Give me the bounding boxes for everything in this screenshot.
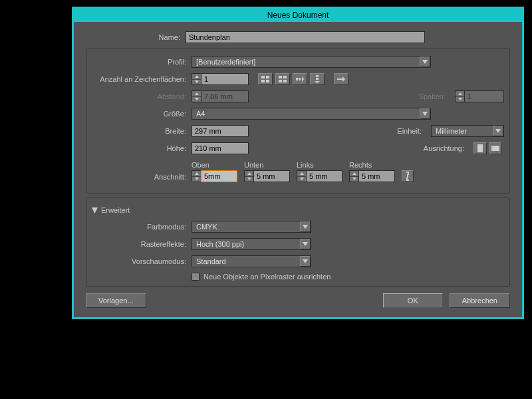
size-select[interactable]: A4 <box>192 108 431 120</box>
profile-select[interactable]: [Benutzerdefiniert] <box>192 56 431 68</box>
cancel-button[interactable]: Abbrechen <box>450 293 510 308</box>
bleed-left-spinner[interactable] <box>297 170 342 182</box>
templates-button[interactable]: Vorlagen... <box>86 293 146 308</box>
width-input[interactable] <box>192 125 249 137</box>
grid-by-col-icon[interactable] <box>275 73 290 85</box>
chevron-down-icon <box>300 221 311 232</box>
label-units: Einheit: <box>397 127 427 135</box>
advanced-disclosure[interactable]: Erweitert <box>92 206 504 214</box>
label-height: Höhe: <box>92 144 192 152</box>
chevron-down-icon <box>300 256 311 267</box>
pixel-align-checkbox[interactable] <box>192 273 200 281</box>
label-width: Breite: <box>92 127 192 135</box>
label-bottom: Unten <box>244 161 290 169</box>
label-profile: Profil: <box>92 58 192 66</box>
colormode-select[interactable]: CMYK <box>192 221 311 233</box>
bleed-top-spinner[interactable] <box>192 170 237 182</box>
label-colormode: Farbmodus: <box>92 223 192 231</box>
previewmode-select[interactable]: Standard <box>192 255 311 267</box>
units-select[interactable]: Millimeter <box>431 125 504 137</box>
landscape-button[interactable] <box>489 142 502 154</box>
chevron-down-icon <box>420 57 430 67</box>
arrange-rtl-icon[interactable] <box>334 73 348 85</box>
grid-by-row-icon[interactable] <box>258 73 273 85</box>
spacing-spinner <box>192 90 249 102</box>
label-left: Links <box>297 161 342 169</box>
arrange-row-icon[interactable] <box>293 73 307 85</box>
label-size: Größe: <box>92 110 192 118</box>
chevron-down-icon <box>300 239 311 249</box>
bleed-right-spinner[interactable] <box>349 170 395 182</box>
label-rastereffects: Rastereffekte: <box>92 240 192 248</box>
portrait-button[interactable] <box>473 142 487 154</box>
label-columns: Spalten: <box>419 92 451 100</box>
bleed-bottom-spinner[interactable] <box>244 170 290 182</box>
dialog-title: Neues Dokument <box>74 9 522 22</box>
label-orientation: Ausrichtung: <box>424 144 469 152</box>
label-top: Oben <box>192 161 237 169</box>
name-input[interactable] <box>186 31 425 43</box>
pixel-align-label: Neue Objekte an Pixelraster ausrichten <box>203 273 331 281</box>
ok-button[interactable]: OK <box>383 293 443 308</box>
arrange-col-icon[interactable] <box>310 73 325 85</box>
new-document-dialog: Neues Dokument Name: Profil: [Benutzerde… <box>72 7 524 319</box>
rastereffects-select[interactable]: Hoch (300 ppi) <box>192 238 311 250</box>
chevron-down-icon <box>493 126 503 136</box>
label-bleed: Anschnitt: <box>92 173 192 182</box>
artboards-spinner[interactable] <box>192 73 249 85</box>
height-input[interactable] <box>192 142 249 154</box>
link-bleed-icon[interactable] <box>402 170 414 182</box>
label-spacing: Abstand: <box>92 92 192 100</box>
columns-spinner <box>455 90 504 102</box>
label-previewmode: Vorschaumodus: <box>92 257 192 265</box>
label-artboards: Anzahl an Zeichenflächen: <box>92 75 192 83</box>
label-name: Name: <box>86 33 186 41</box>
chevron-down-icon <box>420 108 430 119</box>
label-right: Rechts <box>349 161 395 169</box>
